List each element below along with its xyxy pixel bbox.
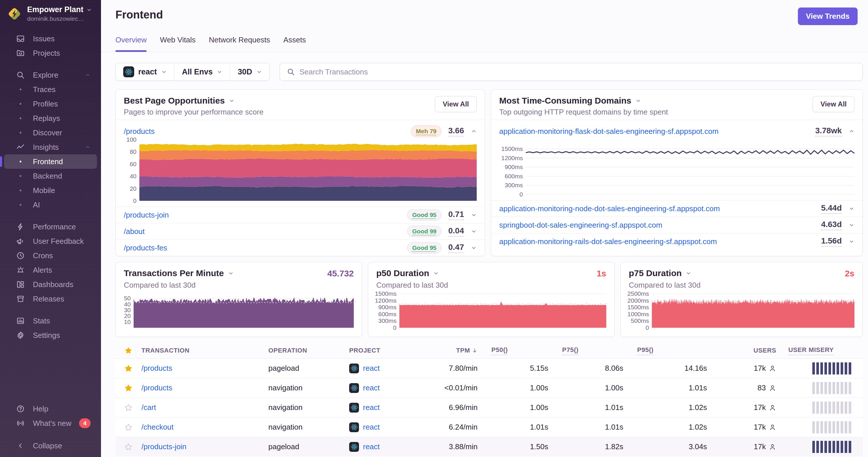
chevron-up-icon[interactable] [471, 128, 477, 134]
chevron-down-icon[interactable] [471, 228, 477, 234]
search-input[interactable] [300, 67, 856, 76]
tpm-cell: 6.96/min [421, 403, 477, 412]
project-link[interactable]: react [363, 364, 380, 373]
bullet-icon [16, 190, 25, 191]
chevron-down-icon[interactable] [228, 270, 234, 276]
org-name: Empower Plant [27, 5, 83, 14]
column-header-p50[interactable]: P50() [477, 346, 548, 355]
sidebar-item-projects[interactable]: Projects [4, 46, 97, 60]
column-header-tpm[interactable]: TPM [421, 347, 477, 354]
search-transactions-box [280, 63, 863, 81]
sidebar-item-help[interactable]: Help [4, 402, 97, 416]
sidebar-item-discover[interactable]: Discover [4, 126, 97, 140]
sidebar-item-whats-new[interactable]: What's new 4 [4, 416, 97, 430]
score-badge[interactable]: Meh 79 [411, 126, 441, 137]
column-header-transaction[interactable]: TRANSACTION [142, 347, 268, 354]
column-header-p75[interactable]: P75() [548, 346, 623, 355]
sidebar-item-performance[interactable]: Performance [4, 220, 97, 234]
column-header-project[interactable]: PROJECT [349, 347, 421, 354]
transaction-link[interactable]: /products-join [142, 442, 186, 451]
transaction-link[interactable]: /cart [142, 403, 156, 412]
project-link[interactable]: react [363, 442, 380, 451]
transaction-link[interactable]: /products [142, 364, 172, 373]
opportunity-row: /about Good 99 0.04 [116, 223, 485, 239]
chevron-down-icon[interactable] [849, 222, 855, 228]
project-filter-dropdown[interactable]: react [116, 63, 175, 80]
project-link[interactable]: react [363, 423, 380, 432]
page-link[interactable]: /products [124, 127, 155, 136]
score-badge[interactable]: Good 99 [407, 226, 441, 237]
env-filter-dropdown[interactable]: All Envs [175, 63, 230, 80]
sidebar-item-settings[interactable]: Settings [4, 328, 97, 342]
chevron-up-icon[interactable] [849, 128, 855, 134]
chevron-down-icon[interactable] [471, 212, 477, 218]
domain-link[interactable]: application-monitoring-flask-dot-sales-e… [499, 127, 718, 136]
sidebar-item-user-feedback[interactable]: User Feedback [4, 234, 97, 249]
date-range-dropdown[interactable]: 30D [230, 63, 270, 80]
env-filter-value: All Envs [182, 67, 213, 76]
sidebar-collapse-button[interactable]: Collapse [4, 438, 97, 453]
view-all-button[interactable]: View All [435, 96, 477, 112]
sidebar-group-explore[interactable]: Explore [4, 68, 97, 82]
chevron-down-icon[interactable] [849, 206, 855, 211]
domain-link[interactable]: application-monitoring-node-dot-sales-en… [499, 204, 720, 213]
sidebar-item-releases[interactable]: Releases [4, 292, 97, 306]
sidebar-item-mobile[interactable]: Mobile [4, 183, 97, 198]
score-badge[interactable]: Good 95 [407, 242, 441, 254]
tab-network-requests[interactable]: Network Requests [209, 35, 270, 52]
sidebar-item-ai[interactable]: AI [4, 198, 97, 212]
star-column-header[interactable] [116, 347, 142, 354]
sidebar-item-dashboards[interactable]: Dashboards [4, 277, 97, 292]
transactions-table: TRANSACTION OPERATION PROJECT TPM P50() … [116, 343, 863, 456]
person-icon [769, 384, 776, 392]
transaction-link[interactable]: /products [142, 384, 172, 392]
star-toggle[interactable] [116, 443, 142, 451]
project-link[interactable]: react [363, 384, 380, 392]
domain-link[interactable]: springboot-dot-sales-engineering-sf.apps… [499, 221, 662, 230]
chevron-down-icon[interactable] [636, 98, 641, 104]
score-badge[interactable]: Good 95 [407, 209, 441, 221]
sidebar-group-insights[interactable]: Insights [4, 140, 97, 154]
chevron-down-icon[interactable] [471, 245, 477, 251]
sidebar-item-alerts[interactable]: Alerts [4, 263, 97, 277]
sidebar-item-traces[interactable]: Traces [4, 82, 97, 97]
transaction-link[interactable]: /checkout [142, 423, 174, 432]
column-header-p95[interactable]: P95() [623, 346, 707, 355]
column-header-users[interactable]: USERS [707, 347, 776, 354]
column-header-operation[interactable]: OPERATION [268, 347, 349, 354]
page-link[interactable]: /about [124, 227, 145, 236]
sidebar-item-profiles[interactable]: Profiles [4, 97, 97, 111]
lightning-icon [16, 223, 25, 231]
web-vitals-stacked-chart: 100806040200 [124, 140, 477, 201]
sidebar-item-issues[interactable]: Issues [4, 31, 97, 46]
page-link[interactable]: /products-fes [124, 243, 167, 253]
domain-link[interactable]: application-monitoring-rails-dot-sales-e… [499, 237, 717, 246]
tab-overview[interactable]: Overview [116, 35, 147, 52]
sidebar-item-label: Performance [33, 223, 76, 231]
page-link[interactable]: /products-join [124, 210, 169, 220]
sidebar-item-label: Help [33, 404, 48, 414]
chevron-down-icon[interactable] [433, 270, 439, 276]
project-link[interactable]: react [363, 403, 380, 412]
sidebar-item-replays[interactable]: Replays [4, 111, 97, 126]
view-all-button[interactable]: View All [813, 96, 855, 112]
sidebar-item-stats[interactable]: Stats [4, 314, 97, 328]
tab-web-vitals[interactable]: Web Vitals [160, 35, 195, 52]
chevron-down-icon[interactable] [686, 270, 691, 276]
star-toggle[interactable] [116, 384, 142, 392]
star-toggle[interactable] [116, 423, 142, 431]
sidebar-item-backend[interactable]: Backend [4, 169, 97, 183]
chevron-down-icon[interactable] [229, 98, 235, 104]
column-header-user-misery[interactable]: USER MISERY [776, 346, 863, 355]
star-toggle[interactable] [116, 404, 142, 412]
sidebar-item-crons[interactable]: Crons [4, 249, 97, 263]
org-switcher[interactable]: Empower Plant dominik.buszowiec… [7, 5, 95, 22]
chevron-down-icon[interactable] [849, 238, 855, 244]
sidebar-item-frontend[interactable]: Frontend [4, 154, 97, 169]
chevron-down-icon [161, 69, 167, 75]
star-toggle[interactable] [116, 364, 142, 372]
view-trends-button[interactable]: View Trends [798, 7, 858, 25]
tab-assets[interactable]: Assets [283, 35, 306, 52]
projects-icon [16, 49, 25, 57]
whats-new-count-badge: 4 [79, 418, 91, 428]
